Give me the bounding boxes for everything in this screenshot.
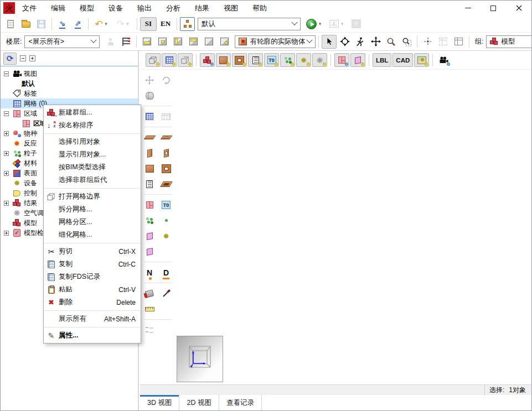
menu-item-refine-mesh[interactable]: 细化网格... xyxy=(44,228,141,241)
sample-properties-button[interactable] xyxy=(159,287,173,300)
expand-all-button[interactable] xyxy=(29,55,35,61)
toggle-obstructions-button[interactable] xyxy=(216,53,231,67)
menu-item-properties[interactable]: ✎ 属性... xyxy=(44,329,141,342)
menu-item-copy-fds-record[interactable]: 复制FDS记录 xyxy=(44,270,141,283)
save-button[interactable] xyxy=(34,17,49,31)
minimize-button[interactable] xyxy=(455,1,481,15)
expander-plus-icon[interactable] xyxy=(4,201,9,206)
units-si-button[interactable]: SI xyxy=(140,17,157,31)
new-file-button[interactable] xyxy=(3,17,18,31)
3d-viewport[interactable] xyxy=(175,70,531,384)
results-dropdown-icon[interactable]: ▾ xyxy=(339,21,345,27)
zoom-region-button[interactable] xyxy=(399,35,414,49)
tab-record-view[interactable]: 查看记录 xyxy=(219,395,262,410)
view-preset-combobox[interactable]: 默认 xyxy=(198,18,301,30)
units-en-button[interactable]: EN xyxy=(157,17,174,31)
toggle-surfaces-button[interactable] xyxy=(350,53,365,67)
select-object-mode-button[interactable] xyxy=(451,35,466,49)
new-mesh-button[interactable] xyxy=(142,110,157,123)
menu-item-select-by-bim-type[interactable]: 按BIM类型选择 xyxy=(44,161,141,174)
menu-edit[interactable]: 编辑 xyxy=(44,1,73,15)
menu-item-delete[interactable]: ✖ 删除 Delete xyxy=(44,296,141,309)
normal-mode-button[interactable]: N xyxy=(142,266,157,279)
tree-item-tags[interactable]: 标签 xyxy=(1,89,138,98)
menu-results[interactable]: 结果 xyxy=(188,1,216,15)
menu-item-show-referenced[interactable]: 显示引用对象... xyxy=(44,148,141,161)
select-group-mode-button[interactable] xyxy=(436,35,451,49)
menu-item-paste[interactable]: 粘贴 Ctrl-V xyxy=(44,283,141,296)
snap-to-grid-button[interactable] xyxy=(420,35,435,49)
close-button[interactable] xyxy=(506,1,531,15)
toggle-particles-button[interactable] xyxy=(280,53,295,67)
pan-tool-button[interactable] xyxy=(368,35,383,49)
show-results-button[interactable]: ▾ xyxy=(326,17,348,31)
rotate-view-button[interactable] xyxy=(159,73,173,87)
new-surface-button[interactable] xyxy=(142,244,157,258)
view-cube-plain-button[interactable] xyxy=(202,35,216,49)
undo-button[interactable]: ↶▾ xyxy=(91,17,112,31)
paint-properties-button[interactable] xyxy=(142,287,157,300)
orbit-spheres-button[interactable] xyxy=(142,89,157,102)
menu-file[interactable]: 文件 xyxy=(15,1,44,15)
export-button[interactable]: ⇗ xyxy=(70,17,85,31)
pan-view-button[interactable] xyxy=(142,73,157,87)
menu-item-show-all[interactable]: 展示所有 Alt+Shift-A xyxy=(44,313,141,325)
toggle-t0-button[interactable]: T0 xyxy=(264,53,279,67)
orientation-preview[interactable] xyxy=(177,336,223,382)
orbit-tool-button[interactable] xyxy=(337,35,352,49)
new-slab-button[interactable] xyxy=(142,131,157,144)
tab-2d-view[interactable]: 2D 视图 xyxy=(179,395,219,410)
menu-output[interactable]: 输出 xyxy=(130,1,159,15)
tab-3d-view[interactable]: 3D 视图 xyxy=(140,395,179,410)
tree-item-default-view[interactable]: 默认 xyxy=(1,79,138,89)
new-single-particle-button[interactable] xyxy=(159,214,173,227)
floor-combobox[interactable]: <展示所有> xyxy=(24,35,100,48)
toggle-cameras-button[interactable] xyxy=(436,53,451,67)
redo-button[interactable]: ↷▾ xyxy=(113,17,134,31)
new-hole-button[interactable] xyxy=(159,162,173,175)
menu-help[interactable]: 帮助 xyxy=(245,1,274,15)
view-cube-corner-button[interactable] xyxy=(217,35,232,49)
toggle-groups-button[interactable] xyxy=(200,53,215,67)
menu-analysis[interactable]: 分析 xyxy=(159,1,188,15)
expander-plus-icon[interactable] xyxy=(4,171,9,176)
menu-view[interactable]: 视图 xyxy=(216,1,245,15)
new-t0-button[interactable]: T0 xyxy=(159,198,173,212)
new-wall-button[interactable] xyxy=(142,146,157,160)
tree-structure-button[interactable] xyxy=(180,17,195,31)
collapse-all-button[interactable] xyxy=(20,55,26,61)
menu-item-new-group[interactable]: 新建群组... xyxy=(44,106,141,119)
walk-level-button[interactable] xyxy=(103,35,118,49)
view-cube-bottom-button[interactable] xyxy=(140,35,154,49)
maximize-button[interactable] xyxy=(481,1,506,15)
smokeview-button[interactable]: 火 xyxy=(349,17,364,31)
expander-minus-icon[interactable] xyxy=(4,71,9,76)
new-device-button[interactable]: ✹ xyxy=(159,229,173,243)
render-mode-combobox[interactable]: 有轮廓的实际物体 xyxy=(235,35,316,48)
sync-selection-button[interactable]: ⟳ xyxy=(3,53,17,65)
view-cube-top-button[interactable] xyxy=(186,35,201,49)
new-text-record-button[interactable] xyxy=(142,177,157,191)
undo-dropdown-icon[interactable]: ▾ xyxy=(104,21,109,27)
measure-button[interactable] xyxy=(142,302,157,316)
edit-floors-button[interactable] xyxy=(118,35,133,49)
toggle-labels-button[interactable]: LBL xyxy=(373,53,391,67)
toggle-mesh-solid-button[interactable] xyxy=(162,53,177,67)
run-dropdown-icon[interactable]: ▾ xyxy=(317,21,323,27)
toggle-vents-button[interactable] xyxy=(334,53,349,67)
expander-plus-icon[interactable] xyxy=(4,151,9,156)
draw-mode-button[interactable]: D xyxy=(159,266,173,279)
group-combobox[interactable]: 模型 xyxy=(486,35,532,48)
menu-item-cut[interactable]: ✂ 剪切 Ctrl-X xyxy=(44,245,141,258)
toggle-background-image-button[interactable] xyxy=(414,53,429,67)
select-tool-button[interactable] xyxy=(322,35,337,49)
redo-dropdown-icon[interactable]: ▾ xyxy=(125,21,131,27)
menu-item-mesh-partition[interactable]: 网格分区... xyxy=(44,216,141,228)
menu-item-select-non-group[interactable]: 选择非群组后代 xyxy=(44,174,141,186)
record-view-button[interactable] xyxy=(142,323,157,337)
new-slab-hole-button[interactable] xyxy=(159,131,173,144)
menu-devices[interactable]: 设备 xyxy=(101,1,130,15)
new-vent-button[interactable] xyxy=(142,198,157,212)
walk-tool-button[interactable] xyxy=(353,35,368,49)
new-wall-hole-button[interactable] xyxy=(159,146,173,160)
